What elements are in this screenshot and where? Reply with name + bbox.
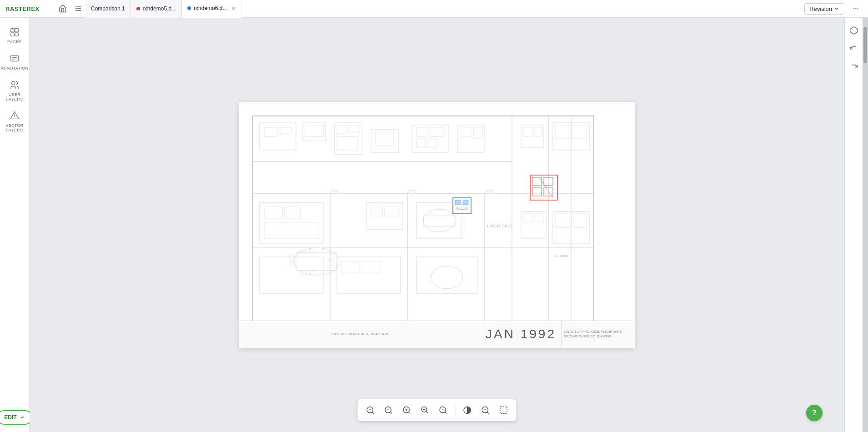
tab-close-icon[interactable]: ✕ [231,5,236,11]
main-layout: PAGES ANNOTATION USER LAYERS [0,18,868,432]
sidebar-item-pages[interactable]: PAGES [1,23,28,48]
edit-button[interactable]: EDIT [0,410,32,425]
svg-text:STORE: STORE [555,254,569,258]
vector-layers-label: VECTOR LAYERS [3,123,26,132]
annotation-icon [9,53,20,64]
svg-line-100 [390,412,392,414]
scrollbar-thumb[interactable] [863,27,867,63]
topbar: RASTEREX Comparison 1 rxhdemo5.d... rxhd… [0,0,868,18]
svg-rect-65 [463,200,468,205]
right-scrollbar[interactable] [863,18,868,432]
sidebar-item-vector-layers[interactable]: VECTOR LAYERS [1,107,28,136]
svg-rect-6 [15,33,18,36]
tab-rxhdemo6[interactable]: rxhdemo6.d... ✕ [182,0,241,18]
floorplan-subtitle: LOGISTICS MOVED IN FROM AREA 16 [331,332,388,337]
right-toolbar [844,18,863,432]
svg-rect-5 [11,33,14,36]
floorplan-description: LAYOUT OF PROPOSED FLOOR AREA GROUND FLO… [564,330,633,339]
svg-line-115 [487,412,489,414]
contrast-button[interactable] [459,402,476,418]
more-button[interactable]: ··· [848,2,863,15]
toolbar-divider [455,405,456,416]
svg-point-10 [12,81,15,85]
svg-text:LOGISTICS: LOGISTICS [487,224,513,228]
pan-button[interactable] [477,402,494,418]
zoom-in-step-button[interactable] [399,402,415,418]
svg-marker-117 [850,27,858,35]
canvas-area[interactable]: 1 GROUND FLOOR SOUTH WING LOGISTICS STOR… [30,18,844,432]
tab-dot [187,6,191,10]
menu-button[interactable] [71,0,85,18]
user-layers-label: USER LAYERS [3,92,26,101]
floorplan-container: 1 GROUND FLOOR SOUTH WING LOGISTICS STOR… [239,102,635,348]
tab-label: rxhdemo6.d... [194,5,227,11]
svg-rect-7 [11,55,19,61]
canvas-content: 1 GROUND FLOOR SOUTH WING LOGISTICS STOR… [30,18,844,432]
select-button[interactable] [496,402,512,418]
pages-label: PAGES [7,40,22,44]
tabs-area: Comparison 1 rxhdemo5.d... rxhdemo6.d...… [85,0,799,18]
zoom-in-area-button[interactable] [362,402,379,418]
svg-line-96 [372,412,374,414]
pages-icon [9,27,20,38]
left-sidebar: PAGES ANNOTATION USER LAYERS [0,18,30,432]
edit-label: EDIT [4,414,16,421]
app-logo: RASTEREX [0,5,55,12]
vector-layers-icon [9,111,20,121]
svg-rect-3 [11,29,14,32]
sidebar-item-annotation[interactable]: ANNOTATION [1,50,28,74]
svg-line-103 [408,412,410,414]
tab-label: rxhdemo5.d... [143,5,176,12]
svg-line-108 [426,412,428,413]
tab-label: Comparison 1 [91,5,125,12]
tab-dot [136,7,140,10]
zoom-out-button[interactable] [417,402,433,418]
svg-line-111 [445,412,447,414]
help-button[interactable]: ? [806,405,823,421]
topbar-right: Revision ··· [799,2,868,15]
zoom-fit-button[interactable] [435,402,452,418]
sidebar-item-user-layers[interactable]: USER LAYERS [1,76,28,105]
redo-button[interactable] [847,60,861,74]
svg-rect-116 [500,407,507,414]
revision-button[interactable]: Revision [804,3,844,15]
revision-label: Revision [809,5,832,12]
tab-rxhdemo5[interactable]: rxhdemo5.d... [131,0,182,18]
user-layers-icon [9,80,20,90]
bottom-toolbar [358,399,517,421]
polygon-tool-button[interactable] [847,23,861,38]
sidebar-bottom: EDIT [0,410,32,432]
undo-button[interactable] [847,41,861,56]
annotation-label: ANNOTATION [1,66,29,70]
svg-rect-4 [15,29,18,32]
zoom-out-step-button[interactable] [381,402,397,418]
floorplan-date: JAN 1992 [486,327,556,342]
tab-comparison1[interactable]: Comparison 1 [85,0,131,18]
floorplan-svg: 1 GROUND FLOOR SOUTH WING LOGISTICS STOR… [239,102,635,348]
home-button[interactable] [55,0,71,18]
